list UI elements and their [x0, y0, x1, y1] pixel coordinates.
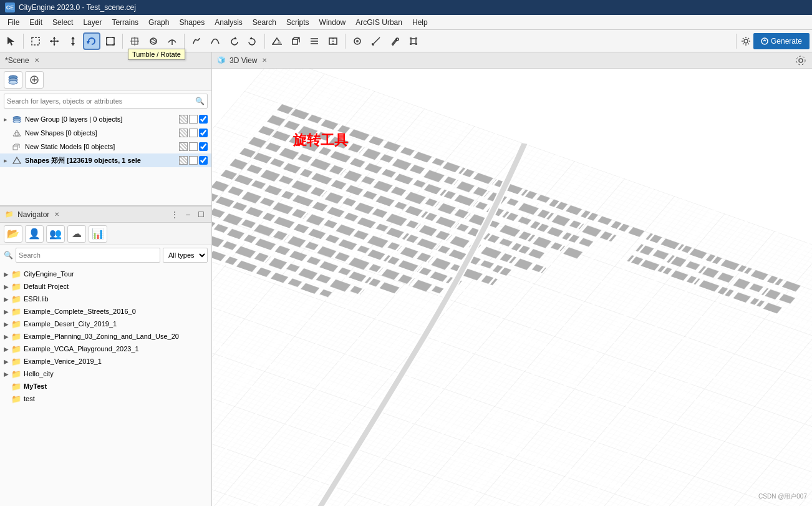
- folder-icon: 📁: [11, 307, 21, 316]
- scene-tab-close[interactable]: ✕: [34, 57, 39, 64]
- redo-shape-tool[interactable]: [244, 32, 261, 50]
- svg-point-62: [13, 120, 21, 124]
- tree-expand[interactable]: ▶: [4, 321, 11, 328]
- viewport[interactable]: 旋转工具 CSDN @用户007: [212, 69, 812, 506]
- navigator-type-select[interactable]: All types Projects Folders Files: [163, 248, 208, 263]
- layer-item[interactable]: ▸ Shapes 郑州 [123619 objects, 1 sele: [0, 153, 211, 167]
- tree-item[interactable]: ▶ 📁 Example_Desert_City_2019_1: [0, 318, 211, 330]
- nav-chart-btn[interactable]: 📊: [89, 225, 107, 243]
- layer-expand-3[interactable]: ▸: [4, 143, 11, 151]
- tree-item[interactable]: ▶ 📁 Example_VCGA_Playground_2023_1: [0, 343, 211, 355]
- view-settings-icon[interactable]: [795, 54, 807, 67]
- tumble-tool[interactable]: [83, 32, 100, 50]
- navigator-search-input[interactable]: [16, 248, 160, 263]
- layer-visible-3[interactable]: [199, 142, 208, 151]
- nav-group-btn[interactable]: 👥: [46, 225, 65, 243]
- curve-shape-tool[interactable]: [206, 32, 224, 50]
- undo-shape-tool[interactable]: [225, 32, 243, 50]
- menu-arcgis-urban[interactable]: ArcGIS Urban: [350, 17, 407, 28]
- menu-scripts[interactable]: Scripts: [281, 17, 314, 28]
- menu-edit[interactable]: Edit: [24, 17, 47, 28]
- align-tool[interactable]: [306, 32, 323, 50]
- menu-terrains[interactable]: Terrains: [107, 17, 143, 28]
- layer-stack-btn[interactable]: [4, 71, 22, 89]
- layer-item[interactable]: ▸ New Group [0 layers | 0 objects]: [0, 112, 211, 126]
- watermark-text: CSDN @用户007: [758, 492, 807, 501]
- measure-tool[interactable]: [367, 32, 385, 50]
- pan-nav-tool[interactable]: [126, 32, 143, 50]
- menu-shapes[interactable]: Shapes: [174, 17, 210, 28]
- height-tool[interactable]: [64, 32, 82, 50]
- tree-expand[interactable]: ▶: [4, 308, 11, 315]
- tree-expand[interactable]: ▶: [4, 271, 11, 278]
- menu-select[interactable]: Select: [47, 17, 78, 28]
- layer-expand-1[interactable]: ▸: [4, 115, 11, 124]
- add-layer-btn[interactable]: [25, 71, 44, 89]
- menu-analysis[interactable]: Analysis: [210, 17, 248, 28]
- tree-expand[interactable]: ▶: [4, 333, 11, 340]
- tree-expand[interactable]: ▶: [4, 283, 11, 290]
- tree-expand[interactable]: ▶: [4, 371, 11, 377]
- tree-item[interactable]: ▶ 📁 Example_Planning_03_Zoning_and_Land_…: [0, 330, 211, 343]
- nav-maximize-btn[interactable]: ☐: [196, 210, 206, 220]
- svg-point-56: [9, 80, 17, 84]
- navigator-tab-close[interactable]: ✕: [54, 211, 59, 218]
- layer-item[interactable]: ▸ New Static Models [0 objects]: [0, 140, 211, 153]
- menu-window[interactable]: Window: [314, 17, 351, 28]
- nav-person-btn[interactable]: 👤: [25, 225, 44, 243]
- layer-visible-1[interactable]: [199, 115, 208, 124]
- transform-tool[interactable]: [405, 32, 422, 50]
- navigator-search: 🔍 All types Projects Folders Files: [4, 248, 208, 263]
- box-tool[interactable]: [287, 32, 304, 50]
- layer-item[interactable]: ▸ New Shapes [0 objects]: [0, 126, 211, 140]
- move-tool[interactable]: [46, 32, 63, 50]
- texture-tool[interactable]: [349, 32, 366, 50]
- tree-expand[interactable]: ▶: [4, 346, 11, 353]
- tree-item[interactable]: ▶ 📁 test: [0, 392, 211, 405]
- tree-item[interactable]: ▶ 📁 Example_Complete_Streets_2016_0: [0, 305, 211, 318]
- nav-cloud-btn[interactable]: ☁: [67, 225, 86, 243]
- tree-item[interactable]: ▶ 📁 ESRI.lib: [0, 293, 211, 305]
- tree-expand[interactable]: ▶: [4, 296, 11, 303]
- generate-button[interactable]: Generate: [753, 33, 810, 49]
- layer-visible-4[interactable]: [199, 156, 208, 165]
- view-tab-close[interactable]: ✕: [262, 57, 267, 64]
- split-tool[interactable]: [324, 32, 342, 50]
- tree-item[interactable]: ▶ 📁 MyTest: [0, 380, 211, 392]
- menu-file[interactable]: File: [2, 17, 24, 28]
- fly-nav-tool[interactable]: [163, 32, 181, 50]
- layer-hatch-1: [179, 115, 188, 124]
- tree-item[interactable]: ▶ 📁 CityEngine_Tour: [0, 268, 211, 280]
- tree-item[interactable]: ▶ 📁 Example_Venice_2019_1: [0, 355, 211, 367]
- folder-icon: 📁: [11, 369, 21, 379]
- zoom-extend-tool[interactable]: [102, 32, 119, 50]
- terrain-tool[interactable]: [268, 32, 286, 50]
- tree-item[interactable]: ▶ 📁 Hello_city: [0, 367, 211, 380]
- layer-visible-2[interactable]: [199, 129, 208, 137]
- tree-expand[interactable]: ▶: [4, 358, 11, 365]
- draw-shape-tool[interactable]: [188, 32, 205, 50]
- tree-item[interactable]: ▶ 📁 Default Project: [0, 280, 211, 293]
- menu-layer[interactable]: Layer: [78, 17, 107, 28]
- svg-marker-27: [234, 37, 237, 39]
- menu-help[interactable]: Help: [407, 17, 433, 28]
- settings-icon[interactable]: [738, 32, 753, 50]
- menu-search[interactable]: Search: [248, 17, 281, 28]
- folder-icon: 📁: [11, 344, 21, 354]
- left-panel: *Scene ✕: [0, 52, 212, 506]
- nav-menu-btn[interactable]: ⋮: [169, 210, 180, 220]
- nav-minimize-btn[interactable]: –: [184, 210, 192, 220]
- navigator-panel: 📁 Navigator ✕ ⋮ – ☐ 📂 👤 👥 ☁ 📊: [0, 207, 211, 506]
- svg-marker-63: [13, 130, 21, 136]
- nav-local-folder-btn[interactable]: 📂: [4, 225, 22, 243]
- layer-expand-2[interactable]: ▸: [4, 129, 11, 137]
- layer-expand-4[interactable]: ▸: [4, 157, 11, 165]
- svg-rect-64: [16, 132, 18, 136]
- paint-tool[interactable]: [386, 32, 404, 50]
- select-tool[interactable]: [2, 32, 20, 50]
- svg-rect-51: [415, 43, 417, 45]
- menu-graph[interactable]: Graph: [143, 17, 174, 28]
- orbit-nav-tool[interactable]: [145, 32, 162, 50]
- marquee-tool[interactable]: [27, 32, 44, 50]
- scene-search-input[interactable]: [4, 97, 193, 105]
